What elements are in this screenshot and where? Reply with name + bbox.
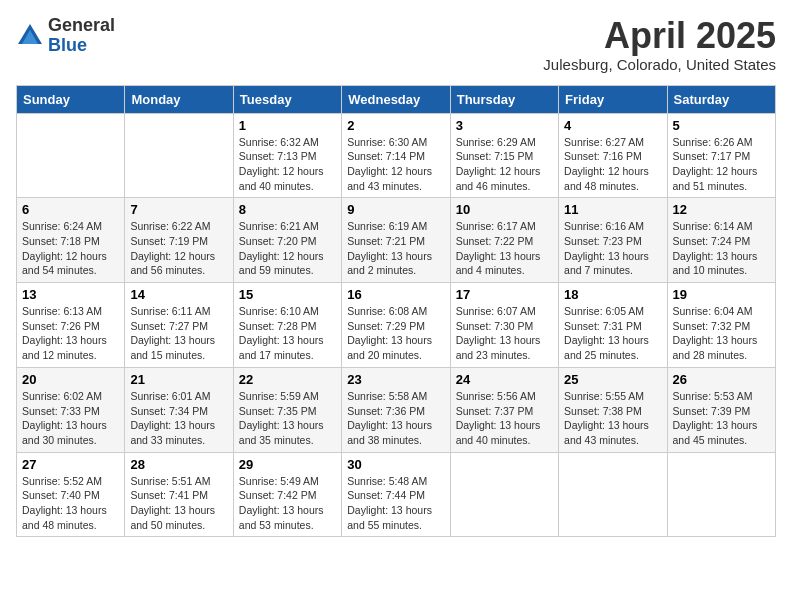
day-detail: Sunrise: 6:22 AMSunset: 7:19 PMDaylight:…: [130, 219, 227, 278]
calendar-cell: 18 Sunrise: 6:05 AMSunset: 7:31 PMDaylig…: [559, 283, 667, 368]
day-detail: Sunrise: 5:48 AMSunset: 7:44 PMDaylight:…: [347, 474, 444, 533]
calendar-cell: 28 Sunrise: 5:51 AMSunset: 7:41 PMDaylig…: [125, 452, 233, 537]
calendar-cell: 24 Sunrise: 5:56 AMSunset: 7:37 PMDaylig…: [450, 367, 558, 452]
day-number: 23: [347, 372, 444, 387]
day-detail: Sunrise: 6:16 AMSunset: 7:23 PMDaylight:…: [564, 219, 661, 278]
calendar-cell: 2 Sunrise: 6:30 AMSunset: 7:14 PMDayligh…: [342, 113, 450, 198]
calendar-cell: 20 Sunrise: 6:02 AMSunset: 7:33 PMDaylig…: [17, 367, 125, 452]
day-detail: Sunrise: 6:17 AMSunset: 7:22 PMDaylight:…: [456, 219, 553, 278]
day-detail: Sunrise: 5:52 AMSunset: 7:40 PMDaylight:…: [22, 474, 119, 533]
day-detail: Sunrise: 5:59 AMSunset: 7:35 PMDaylight:…: [239, 389, 336, 448]
day-detail: Sunrise: 6:11 AMSunset: 7:27 PMDaylight:…: [130, 304, 227, 363]
calendar-cell: 10 Sunrise: 6:17 AMSunset: 7:22 PMDaylig…: [450, 198, 558, 283]
day-detail: Sunrise: 5:53 AMSunset: 7:39 PMDaylight:…: [673, 389, 770, 448]
calendar-body: 1 Sunrise: 6:32 AMSunset: 7:13 PMDayligh…: [17, 113, 776, 537]
day-detail: Sunrise: 5:49 AMSunset: 7:42 PMDaylight:…: [239, 474, 336, 533]
calendar-week-4: 27 Sunrise: 5:52 AMSunset: 7:40 PMDaylig…: [17, 452, 776, 537]
day-number: 19: [673, 287, 770, 302]
calendar-cell: 3 Sunrise: 6:29 AMSunset: 7:15 PMDayligh…: [450, 113, 558, 198]
day-detail: Sunrise: 6:01 AMSunset: 7:34 PMDaylight:…: [130, 389, 227, 448]
header-thursday: Thursday: [450, 85, 558, 113]
calendar-cell: 9 Sunrise: 6:19 AMSunset: 7:21 PMDayligh…: [342, 198, 450, 283]
day-number: 11: [564, 202, 661, 217]
day-number: 8: [239, 202, 336, 217]
day-number: 13: [22, 287, 119, 302]
location-title: Julesburg, Colorado, United States: [543, 56, 776, 73]
calendar-cell: 27 Sunrise: 5:52 AMSunset: 7:40 PMDaylig…: [17, 452, 125, 537]
calendar-cell: 22 Sunrise: 5:59 AMSunset: 7:35 PMDaylig…: [233, 367, 341, 452]
day-number: 7: [130, 202, 227, 217]
day-detail: Sunrise: 6:19 AMSunset: 7:21 PMDaylight:…: [347, 219, 444, 278]
day-number: 26: [673, 372, 770, 387]
day-detail: Sunrise: 6:32 AMSunset: 7:13 PMDaylight:…: [239, 135, 336, 194]
header-row: Sunday Monday Tuesday Wednesday Thursday…: [17, 85, 776, 113]
page-header: General Blue April 2025 Julesburg, Color…: [16, 16, 776, 73]
header-friday: Friday: [559, 85, 667, 113]
calendar-cell: 14 Sunrise: 6:11 AMSunset: 7:27 PMDaylig…: [125, 283, 233, 368]
calendar-week-1: 6 Sunrise: 6:24 AMSunset: 7:18 PMDayligh…: [17, 198, 776, 283]
calendar-week-0: 1 Sunrise: 6:32 AMSunset: 7:13 PMDayligh…: [17, 113, 776, 198]
day-detail: Sunrise: 6:29 AMSunset: 7:15 PMDaylight:…: [456, 135, 553, 194]
day-number: 12: [673, 202, 770, 217]
day-number: 15: [239, 287, 336, 302]
day-number: 18: [564, 287, 661, 302]
day-number: 29: [239, 457, 336, 472]
calendar-cell: [667, 452, 775, 537]
day-number: 6: [22, 202, 119, 217]
header-saturday: Saturday: [667, 85, 775, 113]
calendar-cell: 12 Sunrise: 6:14 AMSunset: 7:24 PMDaylig…: [667, 198, 775, 283]
day-detail: Sunrise: 6:04 AMSunset: 7:32 PMDaylight:…: [673, 304, 770, 363]
day-number: 4: [564, 118, 661, 133]
calendar-cell: [559, 452, 667, 537]
calendar-header: Sunday Monday Tuesday Wednesday Thursday…: [17, 85, 776, 113]
logo-blue: Blue: [48, 36, 115, 56]
day-detail: Sunrise: 6:24 AMSunset: 7:18 PMDaylight:…: [22, 219, 119, 278]
day-detail: Sunrise: 6:14 AMSunset: 7:24 PMDaylight:…: [673, 219, 770, 278]
calendar-cell: 6 Sunrise: 6:24 AMSunset: 7:18 PMDayligh…: [17, 198, 125, 283]
calendar-cell: [17, 113, 125, 198]
day-detail: Sunrise: 6:10 AMSunset: 7:28 PMDaylight:…: [239, 304, 336, 363]
day-detail: Sunrise: 5:55 AMSunset: 7:38 PMDaylight:…: [564, 389, 661, 448]
day-detail: Sunrise: 5:56 AMSunset: 7:37 PMDaylight:…: [456, 389, 553, 448]
calendar-cell: 11 Sunrise: 6:16 AMSunset: 7:23 PMDaylig…: [559, 198, 667, 283]
day-detail: Sunrise: 6:07 AMSunset: 7:30 PMDaylight:…: [456, 304, 553, 363]
logo-text: General Blue: [48, 16, 115, 56]
day-number: 27: [22, 457, 119, 472]
day-detail: Sunrise: 5:58 AMSunset: 7:36 PMDaylight:…: [347, 389, 444, 448]
calendar-cell: 23 Sunrise: 5:58 AMSunset: 7:36 PMDaylig…: [342, 367, 450, 452]
title-block: April 2025 Julesburg, Colorado, United S…: [543, 16, 776, 73]
calendar-cell: 4 Sunrise: 6:27 AMSunset: 7:16 PMDayligh…: [559, 113, 667, 198]
day-detail: Sunrise: 6:08 AMSunset: 7:29 PMDaylight:…: [347, 304, 444, 363]
calendar-cell: 5 Sunrise: 6:26 AMSunset: 7:17 PMDayligh…: [667, 113, 775, 198]
day-detail: Sunrise: 6:27 AMSunset: 7:16 PMDaylight:…: [564, 135, 661, 194]
calendar-cell: 19 Sunrise: 6:04 AMSunset: 7:32 PMDaylig…: [667, 283, 775, 368]
calendar-cell: 16 Sunrise: 6:08 AMSunset: 7:29 PMDaylig…: [342, 283, 450, 368]
calendar-cell: 30 Sunrise: 5:48 AMSunset: 7:44 PMDaylig…: [342, 452, 450, 537]
day-number: 10: [456, 202, 553, 217]
calendar-cell: 25 Sunrise: 5:55 AMSunset: 7:38 PMDaylig…: [559, 367, 667, 452]
day-number: 5: [673, 118, 770, 133]
calendar-cell: 1 Sunrise: 6:32 AMSunset: 7:13 PMDayligh…: [233, 113, 341, 198]
day-number: 17: [456, 287, 553, 302]
day-number: 1: [239, 118, 336, 133]
calendar-cell: [125, 113, 233, 198]
day-detail: Sunrise: 6:21 AMSunset: 7:20 PMDaylight:…: [239, 219, 336, 278]
calendar-cell: 26 Sunrise: 5:53 AMSunset: 7:39 PMDaylig…: [667, 367, 775, 452]
calendar-cell: 8 Sunrise: 6:21 AMSunset: 7:20 PMDayligh…: [233, 198, 341, 283]
day-number: 16: [347, 287, 444, 302]
calendar-cell: 7 Sunrise: 6:22 AMSunset: 7:19 PMDayligh…: [125, 198, 233, 283]
header-sunday: Sunday: [17, 85, 125, 113]
day-number: 24: [456, 372, 553, 387]
calendar-cell: [450, 452, 558, 537]
day-detail: Sunrise: 6:02 AMSunset: 7:33 PMDaylight:…: [22, 389, 119, 448]
day-number: 28: [130, 457, 227, 472]
day-number: 2: [347, 118, 444, 133]
header-wednesday: Wednesday: [342, 85, 450, 113]
calendar-week-2: 13 Sunrise: 6:13 AMSunset: 7:26 PMDaylig…: [17, 283, 776, 368]
calendar-cell: 21 Sunrise: 6:01 AMSunset: 7:34 PMDaylig…: [125, 367, 233, 452]
logo: General Blue: [16, 16, 115, 56]
calendar-cell: 29 Sunrise: 5:49 AMSunset: 7:42 PMDaylig…: [233, 452, 341, 537]
calendar-cell: 13 Sunrise: 6:13 AMSunset: 7:26 PMDaylig…: [17, 283, 125, 368]
day-detail: Sunrise: 5:51 AMSunset: 7:41 PMDaylight:…: [130, 474, 227, 533]
logo-general: General: [48, 16, 115, 36]
